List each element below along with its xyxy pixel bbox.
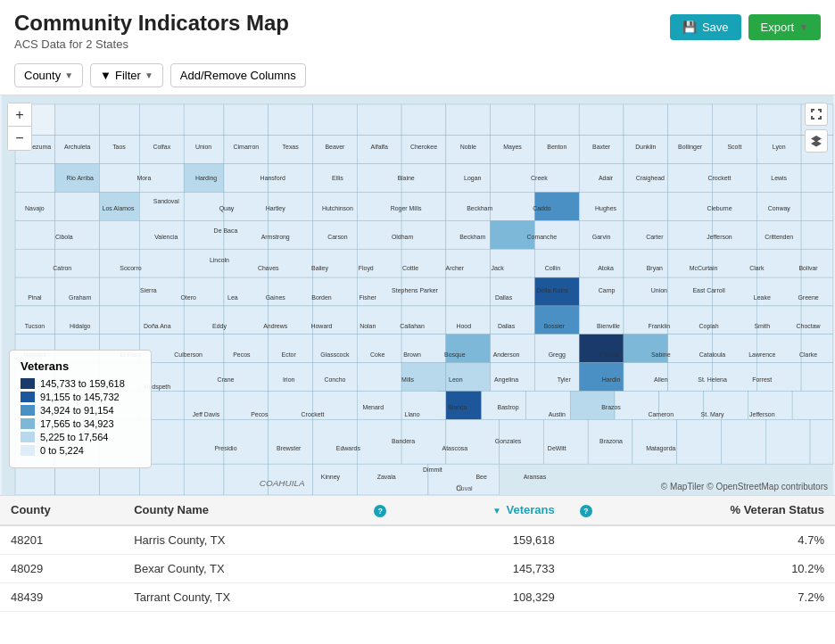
svg-text:Hutchinson: Hutchinson <box>322 205 353 211</box>
svg-rect-151 <box>756 306 801 334</box>
data-table-container: County County Name ? ▼ Veterans ? % Vete… <box>0 496 835 612</box>
legend-swatch <box>21 405 35 416</box>
svg-rect-169 <box>713 334 757 363</box>
svg-rect-109 <box>579 249 624 277</box>
svg-text:Creek: Creek <box>531 175 548 181</box>
svg-rect-139 <box>224 306 269 334</box>
svg-text:Hood: Hood <box>456 323 471 329</box>
svg-text:Conway: Conway <box>768 205 791 212</box>
svg-text:DeWitt: DeWitt <box>548 445 566 451</box>
svg-text:Logan: Logan <box>464 175 481 182</box>
svg-text:Coke: Coke <box>370 351 384 358</box>
svg-rect-159 <box>269 334 313 363</box>
svg-text:Lewis: Lewis <box>771 175 787 181</box>
svg-text:Brown: Brown <box>403 351 421 358</box>
svg-text:Doña Ana: Doña Ana <box>144 323 171 329</box>
svg-rect-59 <box>55 193 100 221</box>
legend-label: 145,733 to 159,618 <box>40 378 125 389</box>
zoom-in-button[interactable]: + <box>8 103 31 127</box>
add-remove-columns-button[interactable]: Add/Remove Columns <box>170 63 306 87</box>
svg-text:Los Alamos: Los Alamos <box>103 205 135 211</box>
svg-text:Bandera: Bandera <box>392 438 415 444</box>
svg-rect-47 <box>357 164 401 193</box>
svg-rect-133 <box>801 277 833 306</box>
svg-text:Lea: Lea <box>227 294 238 301</box>
cell-empty2 <box>566 525 603 555</box>
info-icon-2[interactable]: ? <box>580 505 592 517</box>
svg-text:Collin: Collin <box>545 265 561 271</box>
svg-text:Allen: Allen <box>654 376 668 383</box>
svg-text:Bossier: Bossier <box>544 323 566 329</box>
svg-text:Lyon: Lyon <box>773 144 786 151</box>
svg-text:Nolan: Nolan <box>360 323 376 329</box>
svg-rect-12 <box>491 104 535 136</box>
svg-text:Kinney: Kinney <box>321 474 341 481</box>
svg-rect-41 <box>100 164 140 193</box>
svg-text:Concho: Concho <box>324 376 345 383</box>
svg-rect-62 <box>184 193 224 221</box>
svg-rect-6 <box>224 104 269 136</box>
cell-empty2 <box>566 582 603 611</box>
svg-rect-16 <box>668 104 713 136</box>
county-dropdown[interactable]: County ▼ <box>14 63 83 87</box>
svg-rect-15 <box>624 104 668 136</box>
svg-rect-149 <box>668 306 713 334</box>
svg-text:De Baca: De Baca <box>214 227 238 234</box>
svg-text:Dallas: Dallas <box>495 294 513 301</box>
svg-text:Zanata Brooks: Zanata Brooks <box>446 494 487 495</box>
svg-text:Scott: Scott <box>727 144 741 150</box>
layer-toggle-button[interactable] <box>805 129 828 153</box>
svg-rect-161 <box>357 334 401 363</box>
svg-rect-39 <box>15 164 55 193</box>
svg-rect-216 <box>269 419 313 464</box>
svg-text:Texas: Texas <box>283 144 300 150</box>
svg-text:Bryan: Bryan <box>647 265 663 272</box>
col-header-veterans[interactable]: ▼ Veterans <box>397 496 565 525</box>
svg-text:Graham: Graham <box>69 294 91 301</box>
svg-rect-136 <box>100 306 140 334</box>
svg-rect-8 <box>313 104 358 136</box>
svg-rect-79 <box>100 220 140 249</box>
svg-rect-126 <box>491 277 535 306</box>
svg-text:Caddo: Caddo <box>533 205 551 211</box>
svg-rect-226 <box>721 419 765 464</box>
svg-text:Hidalgo: Hidalgo <box>70 323 91 330</box>
svg-rect-110 <box>624 249 668 277</box>
svg-text:Bailey: Bailey <box>311 265 328 272</box>
svg-text:Garvin: Garvin <box>592 234 611 240</box>
save-button[interactable]: 💾 Save <box>670 14 741 40</box>
header-actions: 💾 Save Export ▼ <box>670 14 821 40</box>
svg-rect-232 <box>139 464 184 495</box>
legend-swatch <box>21 418 35 429</box>
svg-rect-146 <box>534 306 579 334</box>
svg-rect-158 <box>224 334 269 363</box>
svg-text:Blanco: Blanco <box>448 404 467 410</box>
svg-rect-13 <box>534 104 579 136</box>
info-icon-1[interactable]: ? <box>374 505 386 517</box>
svg-rect-222 <box>543 419 588 464</box>
zoom-out-button[interactable]: − <box>8 127 31 150</box>
svg-text:Lincoln: Lincoln <box>210 257 229 263</box>
svg-text:Jefferson: Jefferson <box>707 234 732 240</box>
svg-rect-228 <box>810 419 833 464</box>
svg-rect-229 <box>15 464 55 495</box>
svg-rect-135 <box>55 306 100 334</box>
col-header-info2[interactable]: ? <box>566 496 603 525</box>
col-header-info1[interactable]: ? <box>360 496 397 525</box>
svg-text:East Carroll: East Carroll <box>692 287 725 293</box>
svg-text:St. Mary: St. Mary <box>701 411 724 418</box>
svg-rect-92 <box>668 220 713 249</box>
export-button[interactable]: Export ▼ <box>748 14 821 40</box>
export-chevron-icon: ▼ <box>799 22 808 32</box>
svg-text:Choctaw: Choctaw <box>797 323 822 329</box>
svg-rect-107 <box>491 249 535 277</box>
filter-button[interactable]: ▼ Filter ▼ <box>90 63 163 87</box>
map-container: // This won't execute in SVG context, so… <box>0 95 835 496</box>
svg-rect-104 <box>357 249 401 277</box>
svg-rect-10 <box>401 104 446 136</box>
cell-veteran-status: 4.7% <box>603 525 835 555</box>
svg-rect-220 <box>446 419 500 464</box>
svg-rect-160 <box>313 334 358 363</box>
fullscreen-button[interactable] <box>805 103 828 126</box>
svg-text:Forrest: Forrest <box>752 376 772 383</box>
